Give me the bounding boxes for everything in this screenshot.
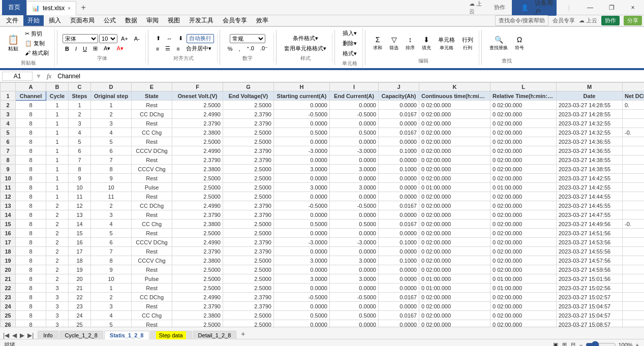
tab-info[interactable]: Info [38, 331, 58, 339]
cell-original-step-row26[interactable]: 5 [91, 320, 132, 327]
cell-capacity-row24[interactable]: 0.0000 [379, 302, 419, 311]
cell-end-current-row2[interactable]: 0.0000 [330, 101, 379, 110]
cell-channel-row18[interactable]: 8 [16, 247, 46, 256]
cell-oneset-volt-row2[interactable]: 2.5000 [172, 101, 223, 110]
cell-oneset-volt-row5[interactable]: 2.3800 [172, 128, 223, 137]
col-header-c[interactable]: C [69, 83, 91, 91]
cell-capacity-row7[interactable]: 0.1000 [379, 146, 419, 155]
cell-end-voltage-row23[interactable]: 2.3790 [223, 293, 274, 302]
cell-net-dchg-row15[interactable]: -0. [623, 219, 645, 229]
conditional-format-btn[interactable]: 条件格式▾ [290, 34, 321, 43]
cell-oneset-volt-row17[interactable]: 2.4990 [172, 238, 223, 247]
cell-channel-row19[interactable]: 8 [16, 256, 46, 265]
cell-capacity-row20[interactable]: 0.0000 [379, 265, 419, 274]
cell-end-current-row4[interactable]: 0.0000 [330, 119, 379, 128]
cell-end-current-row16[interactable]: 0.0000 [330, 229, 379, 238]
cell-steps-row24[interactable]: 23 [69, 302, 91, 311]
font-family-select[interactable]: 宋体 [63, 34, 98, 43]
cell-oneset-volt-row10[interactable]: 2.5000 [172, 174, 223, 183]
zoom-slider[interactable] [586, 341, 616, 347]
menu-data[interactable]: 数据 [121, 15, 141, 26]
cell-relative-time-row20[interactable]: 0 02:00.000 [490, 265, 557, 274]
percent-btn[interactable]: % [225, 44, 235, 53]
cell-end-current-row25[interactable]: 0.5000 [330, 311, 379, 320]
cell-net-dchg-row14[interactable] [623, 210, 645, 219]
cell-a1[interactable]: Channel [16, 91, 46, 101]
cell-continuous-time-row23[interactable]: 0 02:00.000 [419, 293, 490, 302]
cell-steps-row16[interactable]: 15 [69, 229, 91, 238]
cell-state-row10[interactable]: Rest [132, 174, 172, 183]
cell-state-row24[interactable]: Rest [132, 302, 172, 311]
row-num-26[interactable]: 26 [1, 320, 16, 327]
normal-view-btn[interactable]: ▣ [552, 341, 559, 346]
cell-f1[interactable]: Oneset Volt.(V) [172, 91, 223, 101]
cell-channel-row20[interactable]: 8 [16, 265, 46, 274]
row-num-18[interactable]: 18 [1, 247, 16, 256]
cell-g1[interactable]: End Voltage(V) [223, 91, 274, 101]
cell-capacity-row19[interactable]: 0.1000 [379, 256, 419, 265]
cell-original-step-row2[interactable]: 1 [91, 101, 132, 110]
cell-original-step-row8[interactable]: 7 [91, 155, 132, 165]
cell-steps-row12[interactable]: 11 [69, 192, 91, 201]
cell-date-row21[interactable]: 2023-03-27 15:01:56 [557, 274, 623, 284]
cell-original-step-row15[interactable]: 4 [91, 219, 132, 229]
fill-color-btn[interactable]: A▾ [101, 44, 113, 53]
cell-date-row13[interactable]: 2023-03-27 14:45:55 [557, 201, 623, 210]
cell-end-current-row19[interactable]: 3.0000 [330, 256, 379, 265]
cell-channel-row17[interactable]: 8 [16, 238, 46, 247]
search-help[interactable]: 查找命令/搜索帮助 [495, 15, 548, 26]
filter-btn[interactable]: ▽筛选 [387, 32, 401, 56]
cell-state-row3[interactable]: CC DChg [132, 110, 172, 119]
cell-steps-row19[interactable]: 18 [69, 256, 91, 265]
cell-cycle-row25[interactable]: 3 [46, 311, 69, 320]
cell-net-dchg-row13[interactable] [623, 201, 645, 210]
cell-net-dchg-row8[interactable] [623, 155, 645, 165]
cell-capacity-row9[interactable]: 0.1000 [379, 165, 419, 174]
cell-original-step-row20[interactable]: 9 [91, 265, 132, 274]
cell-channel-row12[interactable]: 8 [16, 192, 46, 201]
merge-center-btn[interactable]: 合并居中▾ [183, 44, 214, 53]
name-box[interactable]: A1 [2, 72, 33, 81]
align-center-btn[interactable]: ☰ [163, 44, 173, 53]
fx-button[interactable]: fx [45, 72, 53, 80]
cell-relative-time-row2[interactable]: 0 02:00.000 [490, 101, 557, 110]
cell-original-step-row11[interactable]: 10 [91, 183, 132, 192]
minimize-btn[interactable]: — [581, 1, 599, 15]
tab-detail[interactable]: Detail_1_2_8 [193, 331, 237, 339]
cell-continuous-time-row21[interactable]: 0 01:00.000 [419, 274, 490, 284]
cell-i1[interactable]: End Current(A) [330, 91, 379, 101]
cell-oneset-volt-row21[interactable]: 2.5000 [172, 274, 223, 284]
cell-starting-current-row2[interactable]: 0.0000 [274, 101, 330, 110]
align-right-btn[interactable]: ≡ [174, 44, 182, 53]
cell-channel-row6[interactable]: 8 [16, 137, 46, 146]
cell-oneset-volt-row6[interactable]: 2.5000 [172, 137, 223, 146]
row-num-24[interactable]: 24 [1, 302, 16, 311]
cell-m1[interactable]: Date [557, 91, 623, 101]
col-header-b[interactable]: B [46, 83, 69, 91]
cell-state-row14[interactable]: Rest [132, 210, 172, 219]
cell-steps-row3[interactable]: 2 [69, 110, 91, 119]
cell-starting-current-row5[interactable]: 0.5000 [274, 128, 330, 137]
cell-oneset-volt-row24[interactable]: 2.3790 [172, 302, 223, 311]
sheet-nav-next[interactable]: ▶ [19, 332, 25, 339]
cell-capacity-row4[interactable]: 0.0000 [379, 119, 419, 128]
cell-steps-row14[interactable]: 13 [69, 210, 91, 219]
cell-net-dchg-row2[interactable]: 0. [623, 101, 645, 110]
cell-end-voltage-row4[interactable]: 2.3790 [223, 119, 274, 128]
cell-relative-time-row25[interactable]: 0 02:00.000 [490, 311, 557, 320]
cell-channel-row8[interactable]: 8 [16, 155, 46, 165]
cell-relative-time-row15[interactable]: 0 02:00.000 [490, 219, 557, 229]
cell-continuous-time-row16[interactable]: 0 02:00.000 [419, 229, 490, 238]
add-sheet-btn[interactable]: + [237, 329, 249, 339]
cell-channel-row3[interactable]: 8 [16, 110, 46, 119]
cell-end-current-row17[interactable]: -3.0000 [330, 238, 379, 247]
menu-member[interactable]: 会员专享 [219, 15, 251, 26]
cell-relative-time-row5[interactable]: 0 02:00.000 [490, 128, 557, 137]
tab-cycle[interactable]: Cycle_1_2_8 [59, 331, 103, 339]
cell-end-voltage-row22[interactable]: 2.5000 [223, 284, 274, 293]
row-num-4[interactable]: 4 [1, 119, 16, 128]
cell-net-dchg-row19[interactable] [623, 256, 645, 265]
cell-cycle-row21[interactable]: 2 [46, 274, 69, 284]
align-bottom-btn[interactable]: ⬇ [176, 34, 186, 43]
cell-steps-row6[interactable]: 5 [69, 137, 91, 146]
